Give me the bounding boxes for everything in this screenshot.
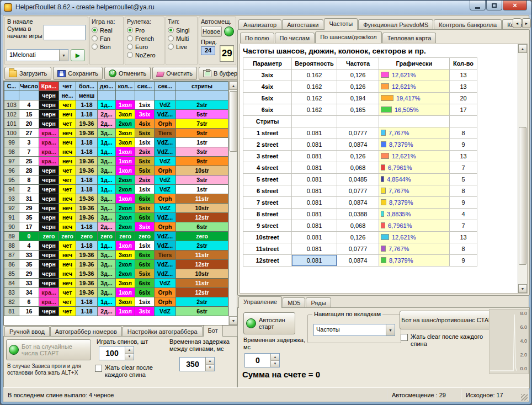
radio-singl[interactable]: Singl (168, 26, 195, 34)
tab-по-полю[interactable]: По полю (240, 33, 274, 43)
history-header-cell[interactable]: черн (39, 91, 59, 100)
stepper-down-icon[interactable]: ▼ (125, 354, 134, 360)
history-header-cell[interactable]: сик... (135, 82, 155, 91)
freq-row-4-street[interactable]: 4 street0.0810,0686,7961%7 (243, 162, 477, 174)
tab-анализатор[interactable]: Анализатор (238, 19, 281, 30)
freq-row-6six[interactable]: 6six0.1620,16516,505%17 (243, 104, 477, 116)
play-button[interactable]: ▶ (71, 49, 85, 61)
history-header-cell[interactable]: Кра... (39, 82, 59, 91)
chance-bot-start-button[interactable]: Бот на шанс/противошанс СТАРТ (400, 311, 498, 329)
tab-управление[interactable]: Управление (238, 296, 282, 308)
stepper-up-icon[interactable]: ▲ (206, 358, 214, 365)
tab-ряды[interactable]: Ряды (306, 297, 331, 308)
freq-row-3-street[interactable]: 3 street0.0810,12612,621%13 (243, 151, 477, 162)
scroll-down-icon[interactable]: ▼ (518, 284, 527, 293)
history-row-101[interactable]: 10120чернчет19-362д...2кол4sixOrph7str (4, 119, 228, 129)
freq-row-3six[interactable]: 3six0.1620,12612,621%13 (243, 70, 477, 81)
load-button[interactable]: Загрузить (4, 67, 51, 80)
radio-fan[interactable]: Fan (92, 34, 121, 42)
history-row-82[interactable]: 826кра...чет1-181д...3кол1sixOrph2str (4, 297, 228, 307)
stepper-down-icon[interactable]: ▼ (271, 361, 279, 367)
history-header-cell[interactable]: чет (59, 82, 76, 91)
freq-row-10street[interactable]: 10street0.0810,12612,621%13 (243, 232, 477, 243)
maximize-button[interactable] (486, 1, 502, 10)
history-row-96[interactable]: 9628чернчет19-363д...1кол5sixOrph10str (4, 166, 228, 175)
scroll-down-icon[interactable]: ▼ (229, 316, 237, 325)
history-row-97[interactable]: 9725кра...неч19-363д...1кол5sixVdZ9str (4, 157, 228, 166)
history-scroll-thumb[interactable] (230, 91, 237, 152)
radio-euro[interactable]: Euro (127, 42, 162, 51)
history-header-cell[interactable]: дю... (98, 82, 116, 91)
tab-частоты[interactable]: Частоты (324, 18, 358, 30)
close-button[interactable]: × (503, 1, 527, 10)
freq-header-cell[interactable]: Параметр (243, 58, 292, 70)
tab-настройки-автограббера[interactable]: Настройки автограббера (123, 326, 203, 337)
freq-row-4six[interactable]: 4six0.1620,12612,621%13 (243, 81, 477, 93)
tab-по-числам[interactable]: По числам (275, 33, 315, 43)
history-row-87[interactable]: 8733черннеч19-363д...3кол6sixTiers11str (4, 251, 228, 260)
frequency-scroll-thumb[interactable] (519, 127, 526, 265)
freq-header-cell[interactable]: Графически (379, 58, 450, 70)
history-row-102[interactable]: 10215черннеч1-182д...3кол3sixVdZ...5str (4, 110, 228, 119)
undo-button[interactable]: Отменить (104, 67, 151, 80)
history-row-89[interactable]: 890zerozerozerozerozerozeroVdZ...zero (4, 232, 228, 241)
freq-header-cell[interactable]: Кол-во (450, 58, 477, 70)
history-header-cell[interactable] (155, 91, 176, 100)
freq-section-row[interactable]: Стриты (243, 116, 477, 127)
radio-live[interactable]: Live (168, 42, 195, 51)
green-orb-icon[interactable] (224, 26, 234, 36)
history-header-cell[interactable]: кол... (116, 82, 135, 91)
history-header-cell[interactable] (176, 91, 228, 100)
history-row-98[interactable]: 987кра...неч1-181д...1кол2sixVdZ...3str (4, 147, 228, 157)
clear-after-spin-checkbox[interactable]: Жать clear после каждого спина (95, 364, 168, 379)
history-row-91[interactable]: 9135черннеч19-363д...2кол6sixVdZ...12str (4, 213, 228, 222)
history-row-103[interactable]: 1034чернчет1-181д...1кол1sixVdZ2str (4, 100, 228, 110)
scroll-up-icon[interactable]: ▲ (229, 81, 237, 90)
history-header-cell[interactable]: С... (4, 82, 19, 91)
freq-row-1-street[interactable]: 1 street0.0810,07777,767%8 (243, 127, 477, 139)
spin-delay-stepper[interactable]: 350 ▲ ▼ (179, 357, 215, 371)
history-row-99[interactable]: 993кра...неч1-181д...3кол1sixVdZ...1str (4, 138, 228, 147)
new-shift-button[interactable]: Новое (201, 26, 222, 37)
history-header-cell[interactable] (98, 91, 116, 100)
history-header-cell[interactable] (19, 91, 39, 100)
save-button[interactable]: Сохранить (53, 67, 103, 80)
history-row-88[interactable]: 884чернчет1-181д...1кол1sixVdZ...2str (4, 241, 228, 251)
freq-row-12street[interactable]: 12street0.0810,08748,7379%9 (243, 255, 477, 267)
freq-row-5-street[interactable]: 5 street0.0810,04854,8544%5 (243, 174, 477, 185)
history-header-cell[interactable]: Число (19, 82, 39, 91)
tab-автограббер-номеров[interactable]: Автограббер номеров (50, 326, 122, 337)
history-header-cell[interactable]: сек... (155, 82, 176, 91)
history-header-cell[interactable] (135, 91, 155, 100)
freq-row-8-street[interactable]: 8 street0.0810,03883,8835%4 (243, 209, 477, 220)
history-row-81[interactable]: 8116чернчет1-182д...1кол3sixVdZ6str (4, 307, 228, 316)
history-row-94[interactable]: 942чернчет1-181д...2кол1sixVdZ1str (4, 185, 228, 194)
spins-count-stepper[interactable]: 100 ▲ ▼ (99, 346, 134, 360)
tab-navigation-combobox[interactable]: Частоты ▼ (313, 324, 395, 336)
freq-row-6-street[interactable]: 6 street0.0810,07777,767%8 (243, 185, 477, 197)
history-row-86[interactable]: 8635черннеч19-363д...2кол6sixVdZ...12str (4, 260, 228, 269)
radio-real[interactable]: Real (92, 26, 121, 34)
random-bot-start-button[interactable]: Бот на случайные числа СТАРТ (6, 339, 91, 360)
history-row-93[interactable]: 9331черннеч19-363д...1кол6sixOrph11str (4, 194, 228, 204)
history-header-cell[interactable]: стриты (176, 82, 228, 91)
copy-to-buffer-button[interactable]: В буфер (199, 67, 242, 80)
tab-scroll-right-icon[interactable]: ► (522, 18, 531, 28)
history-header-cell[interactable] (4, 91, 19, 100)
stepper-up-icon[interactable]: ▲ (271, 354, 279, 361)
preset-combobox[interactable]: 1Melonati ▼ (7, 49, 68, 61)
history-row-92[interactable]: 9229черннеч19-363д...2кол5sixVdZ10str (4, 204, 228, 213)
autospin-start-button[interactable]: Автоспин старт (243, 312, 295, 334)
freq-header-cell[interactable]: Вероятность (292, 58, 337, 70)
tab-ручной-ввод[interactable]: Ручной ввод (4, 326, 50, 337)
minimize-button[interactable] (470, 1, 486, 10)
history-header-cell[interactable] (116, 91, 135, 100)
freq-row-5six[interactable]: 5six0.1620,19419,417%20 (243, 93, 477, 104)
freq-row-9-street[interactable]: 9 street0.0810,0686,7961%7 (243, 220, 477, 232)
frequency-scrollbar[interactable]: ▲ ▼ (518, 44, 527, 293)
radio-multi[interactable]: Multi (168, 34, 195, 42)
history-header-cell[interactable]: не... (59, 91, 76, 100)
history-row-95[interactable]: 958чернчет1-181д...2кол2sixVdZ3str (4, 175, 228, 185)
tab-функционал-psevdoms[interactable]: Функционал PsevdoMS (358, 19, 433, 30)
radio-french[interactable]: French (127, 34, 162, 42)
